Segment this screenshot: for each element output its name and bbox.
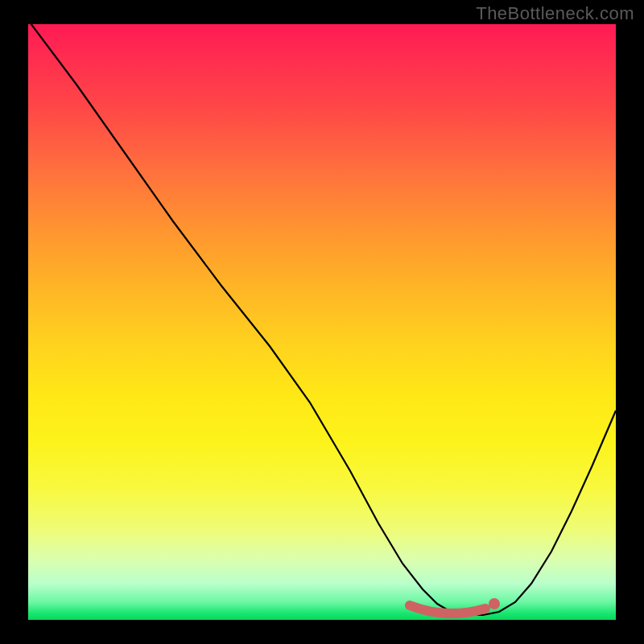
plot-area [28, 24, 616, 620]
optimal-range-marker [410, 605, 485, 613]
optimal-range-end-dot [489, 598, 500, 609]
watermark-text: TheBottleneck.com [476, 3, 634, 24]
chart-frame: TheBottleneck.com [0, 0, 644, 644]
bottleneck-curve-line [28, 24, 616, 615]
bottleneck-curve-svg [28, 24, 616, 620]
